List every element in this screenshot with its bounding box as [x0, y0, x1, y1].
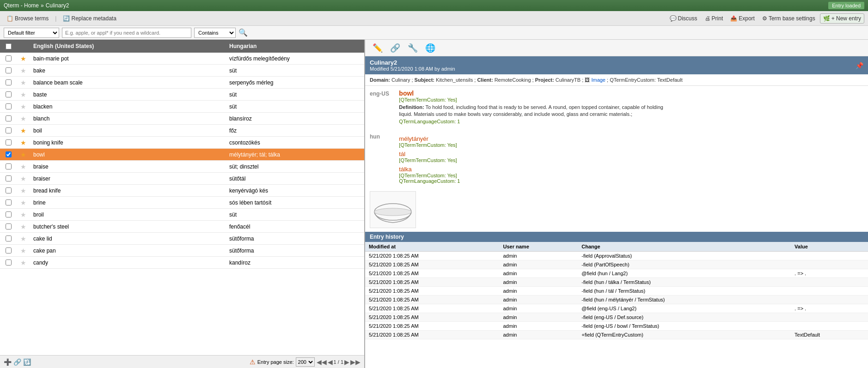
row-check[interactable] — [0, 67, 17, 73]
hist-username: admin — [500, 331, 578, 339]
row-star[interactable]: ★ — [17, 235, 30, 242]
row-checkbox[interactable] — [6, 163, 12, 169]
new-entry-button[interactable]: 🌿 + New entry — [820, 13, 864, 24]
row-star[interactable]: ★ — [17, 91, 30, 98]
term-base-settings-button[interactable]: ⚙ Term base settings — [759, 14, 818, 23]
print-button[interactable]: 🖨 Print — [702, 14, 726, 23]
row-checkbox[interactable] — [6, 115, 12, 121]
row-check[interactable] — [0, 55, 17, 61]
row-check[interactable] — [0, 175, 17, 181]
row-checkbox[interactable] — [6, 223, 12, 229]
row-check[interactable] — [0, 139, 17, 145]
row-check[interactable] — [0, 211, 17, 217]
row-checkbox[interactable] — [6, 103, 12, 109]
table-row[interactable]: ★ balance beam scale serpenyős mérleg — [0, 77, 364, 89]
row-star[interactable]: ★ — [17, 259, 30, 266]
row-checkbox[interactable] — [6, 175, 12, 181]
table-row[interactable]: ★ bowl mélytányér; tál; tálka — [0, 149, 364, 161]
row-check[interactable] — [0, 115, 17, 121]
table-row[interactable]: ★ baste süt — [0, 89, 364, 101]
row-star[interactable]: ★ — [17, 55, 30, 62]
last-page-button[interactable]: ▶▶ — [350, 358, 361, 366]
row-check[interactable] — [0, 223, 17, 229]
discuss-button[interactable]: 💬 Discuss — [667, 14, 700, 23]
row-check[interactable] — [0, 79, 17, 85]
row-checkbox[interactable] — [6, 187, 12, 193]
row-star[interactable]: ★ — [17, 223, 30, 230]
row-star[interactable]: ★ — [17, 127, 30, 134]
row-check[interactable] — [0, 247, 17, 253]
row-check[interactable] — [0, 127, 17, 133]
table-row[interactable]: ★ broil süt — [0, 209, 364, 221]
table-row[interactable]: ★ cake lid sütőforma — [0, 233, 364, 245]
table-row[interactable]: ★ cake pan sütőforma — [0, 245, 364, 257]
table-row[interactable]: ★ bain-marie pot vízfürdős melegítőedény — [0, 53, 364, 65]
row-star[interactable]: ★ — [17, 115, 30, 122]
search-button[interactable]: 🔍 — [238, 28, 248, 37]
table-row[interactable]: ★ blanch blansíroz — [0, 113, 364, 125]
row-check[interactable] — [0, 187, 17, 193]
contains-select[interactable]: Contains — [194, 28, 236, 38]
row-star[interactable]: ★ — [17, 139, 30, 146]
next-page-button[interactable]: ▶ — [344, 358, 349, 366]
header-check[interactable] — [0, 43, 17, 49]
table-row[interactable]: ★ candy kandíroz — [0, 257, 364, 269]
table-row[interactable]: ★ brine sós lében tartósít — [0, 197, 364, 209]
row-check[interactable] — [0, 163, 17, 169]
row-checkbox[interactable] — [6, 79, 12, 85]
row-star[interactable]: ★ — [17, 175, 30, 182]
row-checkbox[interactable] — [6, 67, 12, 73]
replace-metadata-button[interactable]: 🔄 Replace metadata — [60, 14, 119, 23]
row-check[interactable] — [0, 151, 17, 157]
row-checkbox[interactable] — [6, 235, 12, 241]
table-row[interactable]: ★ boning knife csontozókés — [0, 137, 364, 149]
filter-select[interactable]: Default filter — [4, 28, 59, 38]
meta-image-link[interactable]: Image — [591, 77, 605, 83]
row-star[interactable]: ★ — [17, 103, 30, 110]
browse-terms-button[interactable]: 📋 Browse terms — [4, 14, 51, 23]
row-star[interactable]: ★ — [17, 67, 30, 74]
link-button[interactable]: 🔗 — [388, 42, 402, 54]
row-check[interactable] — [0, 91, 17, 97]
row-check[interactable] — [0, 259, 17, 265]
table-row[interactable]: ★ bake süt — [0, 65, 364, 77]
table-row[interactable]: ★ butcher's steel fenőacél — [0, 221, 364, 233]
row-checkbox[interactable] — [6, 151, 12, 157]
link-icon[interactable]: 🔗 — [13, 358, 21, 366]
row-check[interactable] — [0, 199, 17, 205]
row-star[interactable]: ★ — [17, 199, 30, 206]
row-checkbox[interactable] — [6, 199, 12, 205]
table-row[interactable]: ★ braiser sütőtál — [0, 173, 364, 185]
refresh-icon[interactable]: 🔃 — [23, 358, 31, 366]
prev-page-button[interactable]: ◀ — [328, 358, 333, 366]
table-row[interactable]: ★ boil főz — [0, 125, 364, 137]
table-row[interactable]: ★ blacken süt — [0, 101, 364, 113]
export-button[interactable]: 📤 Export — [727, 14, 758, 23]
row-star[interactable]: ★ — [17, 163, 30, 170]
select-all-checkbox[interactable] — [6, 43, 12, 49]
table-row[interactable]: ★ braise süt; dinsztel — [0, 161, 364, 173]
row-checkbox[interactable] — [6, 139, 12, 145]
row-star[interactable]: ★ — [17, 247, 30, 254]
row-check[interactable] — [0, 103, 17, 109]
row-checkbox[interactable] — [6, 127, 12, 133]
row-checkbox[interactable] — [6, 91, 12, 97]
pencil-button[interactable]: ✏️ — [371, 42, 385, 54]
add-icon[interactable]: ➕ — [4, 358, 12, 366]
search-input[interactable] — [62, 28, 191, 38]
row-star[interactable]: ★ — [17, 79, 30, 86]
row-check[interactable] — [0, 235, 17, 241]
pin-icon[interactable]: 📌 — [856, 62, 863, 69]
table-row[interactable]: ★ bread knife kenyérvágó kés — [0, 185, 364, 197]
row-checkbox[interactable] — [6, 211, 12, 217]
first-page-button[interactable]: ◀◀ — [317, 358, 327, 366]
row-star[interactable]: ★ — [17, 187, 30, 194]
globe-button[interactable]: 🌐 — [423, 42, 437, 54]
row-checkbox[interactable] — [6, 247, 12, 253]
row-checkbox[interactable] — [6, 259, 12, 265]
row-star[interactable]: ★ — [17, 151, 30, 158]
row-star[interactable]: ★ — [17, 211, 30, 218]
wrench-button[interactable]: 🔧 — [406, 42, 420, 54]
page-size-select[interactable]: 200 — [296, 357, 315, 367]
row-checkbox[interactable] — [6, 55, 12, 61]
